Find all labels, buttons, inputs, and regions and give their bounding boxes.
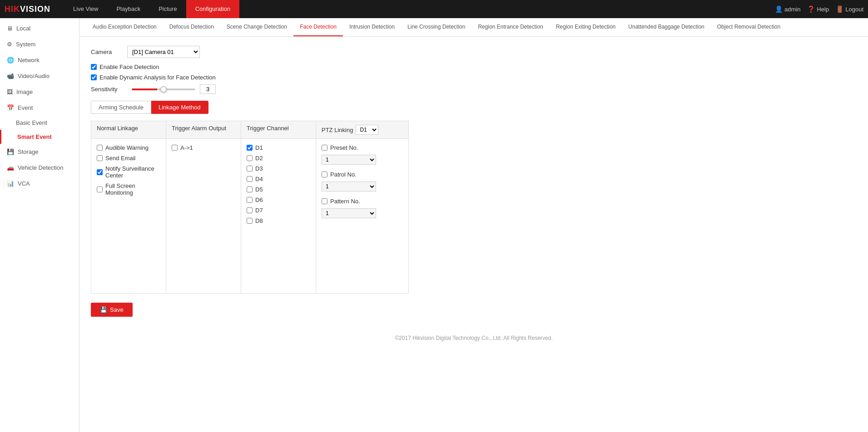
header-trigger-alarm: Trigger Alarm Output	[166, 121, 241, 138]
sidebar-item-local[interactable]: 🖥 Local	[0, 20, 79, 36]
send-email-label[interactable]: Send Email	[105, 155, 135, 162]
trigger-channel-d4-checkbox[interactable]	[247, 176, 253, 182]
sidebar-label-storage: Storage	[18, 148, 39, 155]
save-icon: 💾	[100, 306, 107, 313]
trigger-channel-d5-checkbox[interactable]	[247, 187, 253, 192]
trigger-channel-d6-label[interactable]: D6	[255, 196, 263, 203]
sidebar-label-image: Image	[16, 88, 33, 95]
trigger-alarm-a1-checkbox[interactable]	[172, 145, 178, 151]
tab-unattended-baggage[interactable]: Unattended Baggage Detection	[622, 18, 710, 36]
preset-no-label[interactable]: Preset No.	[330, 144, 358, 151]
monitor-icon: 🖥	[7, 25, 13, 32]
trigger-channel-d6-checkbox[interactable]	[247, 197, 253, 203]
notify-surveillance-label[interactable]: Notify Surveillance Center	[105, 165, 160, 179]
tab-region-entrance[interactable]: Region Entrance Detection	[471, 18, 549, 36]
trigger-channel-d7-label[interactable]: D7	[255, 207, 263, 214]
pattern-no-label[interactable]: Pattern No.	[330, 198, 360, 205]
enable-dynamic-analysis-checkbox[interactable]	[91, 74, 97, 80]
nav-live-view[interactable]: Live View	[64, 0, 107, 18]
sidebar-item-video-audio[interactable]: 📹 Video/Audio	[0, 68, 79, 84]
sidebar-item-network[interactable]: 🌐 Network	[0, 52, 79, 68]
trigger-alarm-a1-label[interactable]: A->1	[180, 144, 193, 151]
trigger-channel-d3-label[interactable]: D3	[255, 165, 263, 172]
sensitivity-slider[interactable]	[132, 88, 195, 90]
send-email-checkbox[interactable]	[97, 155, 103, 161]
vca-icon: 📊	[7, 180, 14, 187]
enable-face-detection-label[interactable]: Enable Face Detection	[99, 64, 159, 70]
sidebar-item-vca[interactable]: 📊 VCA	[0, 176, 79, 191]
sidebar-item-smart-event[interactable]: Smart Event	[0, 130, 79, 144]
preset-no-checkbox[interactable]	[322, 145, 327, 151]
tab-line-crossing[interactable]: Line Crossing Detection	[401, 18, 471, 36]
trigger-channel-d4-label[interactable]: D4	[255, 176, 263, 182]
trigger-channel-d1-label[interactable]: D1	[255, 144, 263, 151]
header-normal-linkage: Normal Linkage	[91, 121, 166, 138]
sidebar-item-image[interactable]: 🖼 Image	[0, 84, 79, 100]
sub-tab-linkage-method[interactable]: Linkage Method	[151, 101, 208, 114]
help-label: Help	[817, 6, 829, 13]
tab-audio-exception[interactable]: Audio Exception Detection	[86, 18, 163, 36]
user-icon: 👤	[775, 5, 783, 13]
tab-face-detection[interactable]: Face Detection	[293, 18, 343, 36]
ptz-linking-select[interactable]: D1D2D3D4	[356, 125, 378, 135]
trigger-channel-d8-checkbox[interactable]	[247, 218, 253, 224]
audible-warning-label[interactable]: Audible Warning	[105, 144, 149, 151]
trigger-channel-d5-label[interactable]: D5	[255, 186, 263, 193]
trigger-channel-d2-label[interactable]: D2	[255, 155, 263, 162]
nav-playback[interactable]: Playback	[107, 0, 149, 18]
sidebar-item-storage[interactable]: 💾 Storage	[0, 144, 79, 160]
network-icon: 🌐	[7, 57, 14, 64]
trigger-channel-d2-checkbox[interactable]	[247, 155, 253, 161]
patrol-no-checkbox[interactable]	[322, 172, 327, 177]
sub-tabs: Arming Schedule Linkage Method	[91, 101, 857, 114]
preset-no-select[interactable]: 123	[322, 155, 376, 165]
logout-label: Logout	[845, 6, 863, 13]
list-item: D3	[247, 163, 310, 174]
list-item: D1	[247, 142, 310, 153]
ptz-preset-section: Preset No. 123	[322, 142, 402, 165]
full-screen-monitoring-label[interactable]: Full Screen Monitoring	[105, 182, 160, 196]
enable-dynamic-analysis-row: Enable Dynamic Analysis for Face Detecti…	[91, 74, 857, 81]
sidebar: 🖥 Local ⚙ System 🌐 Network 📹 Video/Audio…	[0, 18, 79, 432]
sidebar-item-basic-event[interactable]: Basic Event	[0, 116, 79, 130]
admin-button[interactable]: 👤 admin	[775, 5, 800, 13]
trigger-channel-d8-label[interactable]: D8	[255, 217, 263, 224]
tab-defocus[interactable]: Defocus Detection	[163, 18, 220, 36]
list-item: Audible Warning	[97, 142, 160, 153]
logout-button[interactable]: 🚪 Logout	[836, 5, 863, 13]
normal-linkage-col: Audible Warning Send Email Notify Survei…	[91, 139, 166, 293]
trigger-channel-d1-checkbox[interactable]	[247, 145, 253, 151]
sidebar-label-network: Network	[18, 57, 40, 64]
help-button[interactable]: ❓ Help	[807, 5, 829, 13]
tab-object-removal[interactable]: Object Removal Detection	[711, 18, 787, 36]
tab-intrusion[interactable]: Intrusion Detection	[343, 18, 401, 36]
camera-select[interactable]: [D1] Camera 01[D2] Camera 02[D3] Camera …	[127, 46, 200, 58]
sidebar-item-event[interactable]: 📅 Event	[0, 100, 79, 116]
full-screen-monitoring-checkbox[interactable]	[97, 187, 103, 192]
ptz-patrol-section: Patrol No. 123	[322, 169, 402, 191]
sub-tab-arming-schedule[interactable]: Arming Schedule	[91, 101, 151, 114]
pattern-no-checkbox[interactable]	[322, 198, 327, 204]
sidebar-label-vehicle-detection: Vehicle Detection	[18, 164, 63, 171]
notify-surveillance-checkbox[interactable]	[97, 169, 103, 175]
sidebar-item-vehicle-detection[interactable]: 🚗 Vehicle Detection	[0, 160, 79, 176]
pattern-no-select[interactable]: 123	[322, 208, 376, 218]
list-item: Notify Surveillance Center	[97, 163, 160, 181]
trigger-channel-d3-checkbox[interactable]	[247, 166, 253, 172]
detection-tabs: Audio Exception Detection Defocus Detect…	[79, 18, 868, 37]
face-detection-content: Camera [D1] Camera 01[D2] Camera 02[D3] …	[79, 37, 868, 326]
enable-dynamic-analysis-label[interactable]: Enable Dynamic Analysis for Face Detecti…	[99, 74, 216, 81]
enable-face-detection-checkbox[interactable]	[91, 64, 97, 70]
trigger-channel-d7-checkbox[interactable]	[247, 207, 253, 213]
list-item: D7	[247, 205, 310, 216]
nav-picture[interactable]: Picture	[149, 0, 186, 18]
tab-region-exiting[interactable]: Region Exiting Detection	[550, 18, 622, 36]
nav-configuration[interactable]: Configuration	[186, 0, 239, 18]
patrol-no-label[interactable]: Patrol No.	[330, 171, 357, 178]
sidebar-item-system[interactable]: ⚙ System	[0, 36, 79, 52]
audible-warning-checkbox[interactable]	[97, 145, 103, 151]
tab-scene-change[interactable]: Scene Change Detection	[220, 18, 293, 36]
save-button[interactable]: 💾 Save	[91, 303, 133, 317]
patrol-no-select[interactable]: 123	[322, 182, 376, 191]
sensitivity-value-input[interactable]: 3	[200, 84, 216, 94]
